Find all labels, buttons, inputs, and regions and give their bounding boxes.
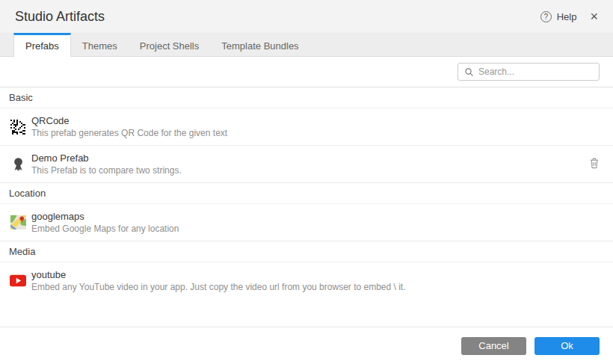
trash-icon — [588, 156, 601, 172]
list-item[interactable]: googlemapsEmbed Google Maps for any loca… — [0, 204, 613, 241]
item-description: This Prefab is to compare two strings. — [31, 164, 182, 176]
tab-template-bundles[interactable]: Template Bundles — [210, 33, 309, 56]
list-item[interactable]: youtubeEmbed any YouTube video in your a… — [0, 262, 613, 299]
item-text: QRCodeThis prefab generates QR Code for … — [31, 114, 227, 139]
toolbar — [0, 57, 613, 87]
dialog-title: Studio Artifacts — [15, 9, 105, 25]
item-title: youtube — [31, 268, 406, 281]
item-description: This prefab generates QR Code for the gi… — [31, 127, 227, 139]
prefab-list: BasicQRCodeThis prefab generates QR Code… — [0, 87, 613, 299]
header-actions: ? Help × — [540, 10, 600, 23]
close-icon[interactable]: × — [588, 10, 600, 23]
item-text: youtubeEmbed any YouTube video in your a… — [31, 268, 406, 293]
item-title: QRCode — [31, 114, 227, 127]
tab-prefabs[interactable]: Prefabs — [13, 33, 71, 57]
section-header: Basic — [0, 87, 613, 108]
item-description: Embed any YouTube video in your app. Jus… — [31, 281, 406, 293]
search-icon — [464, 67, 474, 77]
studio-artifacts-dialog: Studio Artifacts ? Help × PrefabsThemesP… — [0, 0, 613, 364]
list-item[interactable]: QRCodeThis prefab generates QR Code for … — [0, 108, 613, 146]
dialog-footer: Cancel Ok — [0, 327, 613, 364]
dialog-header: Studio Artifacts ? Help × — [0, 0, 613, 33]
help-icon: ? — [540, 11, 552, 22]
search-box[interactable] — [458, 63, 600, 81]
ribbon-icon — [10, 156, 26, 173]
youtube-icon — [10, 273, 26, 289]
item-description: Embed Google Maps for any location — [31, 223, 179, 235]
googlemaps-icon — [10, 215, 26, 231]
section-header: Location — [0, 183, 613, 204]
tab-bar: PrefabsThemesProject ShellsTemplate Bund… — [0, 33, 613, 57]
tab-project-shells[interactable]: Project Shells — [129, 33, 210, 56]
help-button[interactable]: ? Help — [540, 11, 577, 22]
tab-themes[interactable]: Themes — [71, 33, 129, 56]
list-item[interactable]: Demo PrefabThis Prefab is to compare two… — [0, 146, 613, 183]
section-header: Media — [0, 241, 613, 262]
help-label: Help — [557, 11, 577, 22]
search-input[interactable] — [478, 67, 593, 77]
ok-button[interactable]: Ok — [535, 337, 600, 355]
item-text: Demo PrefabThis Prefab is to compare two… — [31, 152, 182, 176]
qrcode-icon — [10, 119, 26, 135]
item-title: Demo Prefab — [31, 152, 182, 164]
cancel-button[interactable]: Cancel — [461, 337, 526, 355]
item-text: googlemapsEmbed Google Maps for any loca… — [31, 210, 179, 235]
item-title: googlemaps — [31, 210, 179, 223]
delete-button[interactable] — [588, 156, 601, 172]
